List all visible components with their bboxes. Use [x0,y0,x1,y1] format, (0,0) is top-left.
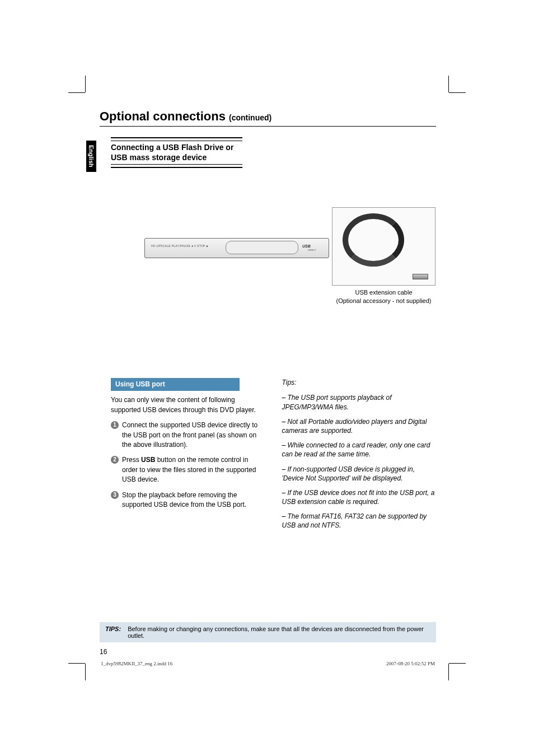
tips-heading: Tips: [282,378,437,388]
tip-2: – Not all Portable audio/video players a… [282,417,437,435]
section-title-block: Connecting a USB Flash Drive or USB mass… [111,137,242,168]
caption-line-1: USB extension cable [355,289,412,296]
usb-label: USB [302,244,311,248]
step-2-text: Press USB button on the remote control i… [122,455,265,484]
caption-line-2: (Optional accessory - not supplied) [336,297,432,304]
usb-connector-icon [413,274,428,279]
sub-heading: Using USB port [111,378,240,391]
device-disc-slot [226,241,298,254]
step-3: 3 Stop the playback before removing the … [111,491,265,510]
section-title: Connecting a USB Flash Drive or USB mass… [111,141,242,165]
heading-title: Optional connections [100,109,229,123]
usb-sub-label: DIRECT [308,249,316,251]
print-footer: 1_dvp5982MKII_37_eng 2.indd 16 2007-08-2… [101,661,435,666]
footer-left: 1_dvp5982MKII_37_eng 2.indd 16 [101,661,172,666]
footer-right: 2007-08-20 5:02:52 PM [386,661,435,666]
tips-label: TIPS: [105,626,121,639]
illustration: HD UPSCALE PLAY/PAUSE ►II STOP ■ USB DIR… [111,207,436,308]
step-2: 2 Press USB button on the remote control… [111,455,265,484]
step-2-bold: USB [141,456,155,464]
tip-5: – If the USB device does not fit into th… [282,488,437,506]
step-2-bullet: 2 [111,456,119,464]
usb-cable-image-box [332,207,435,286]
intro-text: You can only view the content of followi… [111,395,265,415]
step-1-text: Connect the supported USB device directl… [122,421,265,450]
tip-6: – The format FAT16, FAT32 can be support… [282,512,437,530]
left-column: Using USB port You can only view the con… [111,378,265,536]
step-3-text: Stop the playback before removing the su… [122,491,265,510]
step-3-bullet: 3 [111,491,119,499]
page-number: 16 [100,648,107,656]
step-2-pre: Press [122,456,141,464]
page-heading: Optional connections (continued) [100,109,436,127]
device-button-labels: HD UPSCALE PLAY/PAUSE ►II STOP ■ [151,244,208,248]
heading-continued: (continued) [229,113,271,122]
image-caption: USB extension cable (Optional accessory … [321,288,447,306]
tips-text: Before making or changing any connection… [128,626,430,639]
step-1-bullet: 1 [111,421,119,429]
footer-tips-box: TIPS: Before making or changing any conn… [100,622,436,642]
cable-coil-icon [343,213,404,267]
language-tab: English [86,141,96,172]
tip-3: – While connected to a card reader, only… [282,441,437,459]
tip-4: – If non-supported USB device is plugged… [282,465,437,483]
right-column: Tips: – The USB port supports playback o… [282,378,437,536]
tip-1: – The USB port supports playback of JPEG… [282,393,437,411]
step-1: 1 Connect the supported USB device direc… [111,421,265,450]
